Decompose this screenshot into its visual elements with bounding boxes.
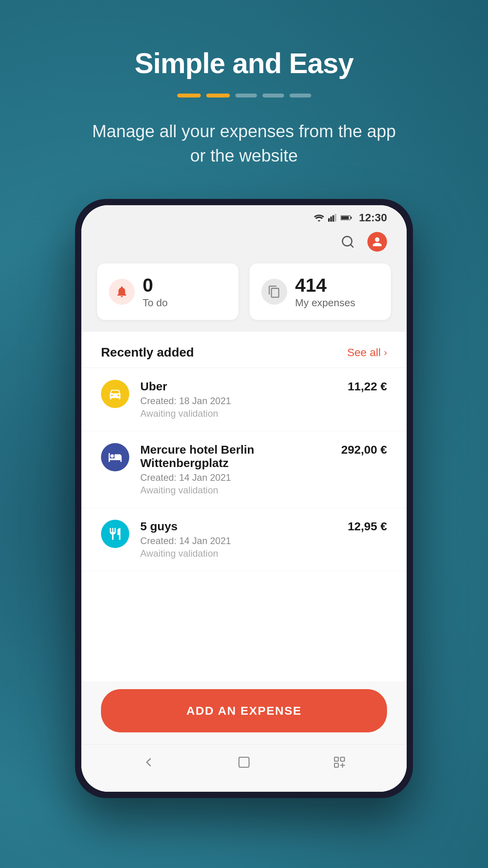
search-button[interactable] [339, 233, 356, 250]
expense-item-mercure[interactable]: Mercure hotel Berlin Wittenbergplatz Cre… [81, 431, 407, 508]
todo-card[interactable]: 0 To do [97, 263, 238, 320]
todo-count: 0 [143, 274, 168, 296]
svg-rect-2 [332, 215, 334, 222]
recent-button[interactable] [330, 752, 349, 772]
expenses-label: My expenses [295, 297, 355, 309]
content-spacer [81, 571, 407, 681]
copy-icon-wrap [261, 279, 287, 305]
signal-icon [328, 214, 337, 222]
svg-rect-3 [335, 214, 336, 222]
svg-rect-11 [340, 757, 344, 761]
fiveguys-name: 5 guys [140, 520, 337, 533]
svg-line-8 [350, 245, 353, 247]
food-icon [101, 520, 129, 548]
svg-rect-12 [334, 763, 338, 767]
battery-icon [341, 215, 352, 221]
chevron-right-icon: › [384, 347, 387, 358]
uber-amount: 11,22 € [348, 380, 387, 393]
see-all-label: See all [347, 346, 381, 359]
svg-rect-0 [328, 218, 330, 222]
status-bar: 12:30 [81, 205, 407, 227]
svg-rect-10 [334, 757, 338, 761]
back-button[interactable] [139, 752, 158, 772]
svg-rect-5 [341, 216, 349, 219]
todo-label: To do [143, 297, 168, 309]
bell-icon-wrap [109, 279, 135, 305]
dashboard-cards: 0 To do 414 My expenses [81, 259, 407, 332]
progress-indicator [177, 94, 311, 97]
status-time: 12:30 [359, 211, 387, 224]
fiveguys-amount: 12,95 € [348, 520, 387, 533]
phone-mockup: 12:30 [75, 199, 413, 798]
home-button[interactable] [234, 752, 254, 772]
expense-item-fiveguys[interactable]: 5 guys Created: 14 Jan 2021 Awaiting val… [81, 508, 407, 571]
progress-dot-5 [290, 94, 311, 97]
uber-icon [101, 380, 129, 408]
mercure-status: Awaiting validation [140, 485, 330, 496]
section-title: Recently added [101, 345, 194, 360]
expenses-count: 414 [295, 274, 355, 296]
fiveguys-date: Created: 14 Jan 2021 [140, 535, 337, 546]
hotel-icon [101, 443, 129, 471]
mercure-details: Mercure hotel Berlin Wittenbergplatz Cre… [140, 443, 330, 496]
bottom-navigation [81, 744, 407, 792]
mercure-date: Created: 14 Jan 2021 [140, 472, 330, 483]
uber-date: Created: 18 Jan 2021 [140, 395, 337, 406]
wifi-icon [314, 214, 324, 222]
recently-added-header: Recently added See all › [81, 332, 407, 368]
fiveguys-status: Awaiting validation [140, 548, 337, 559]
progress-dot-4 [262, 94, 284, 97]
mercure-name: Mercure hotel Berlin Wittenbergplatz [140, 443, 330, 470]
svg-rect-9 [239, 757, 249, 767]
uber-details: Uber Created: 18 Jan 2021 Awaiting valid… [140, 380, 337, 419]
uber-name: Uber [140, 380, 337, 393]
add-expense-section: ADD AN EXPENSE [81, 681, 407, 744]
mercure-amount: 292,00 € [341, 443, 387, 456]
user-avatar[interactable] [367, 232, 387, 252]
expenses-card[interactable]: 414 My expenses [250, 263, 391, 320]
page-headline: Simple and Easy [134, 47, 353, 79]
page-subtitle: Manage all your expenses from the app or… [87, 119, 401, 167]
expense-item-uber[interactable]: Uber Created: 18 Jan 2021 Awaiting valid… [81, 368, 407, 431]
see-all-button[interactable]: See all › [347, 346, 387, 359]
svg-rect-1 [330, 217, 332, 222]
add-expense-button[interactable]: ADD AN EXPENSE [101, 689, 387, 732]
fiveguys-details: 5 guys Created: 14 Jan 2021 Awaiting val… [140, 520, 337, 559]
progress-dot-3 [235, 94, 257, 97]
uber-status: Awaiting validation [140, 408, 337, 419]
progress-dot-1 [177, 94, 201, 97]
app-header [81, 227, 407, 259]
svg-rect-6 [351, 217, 352, 219]
progress-dot-2 [206, 94, 230, 97]
main-content: Recently added See all › [81, 332, 407, 681]
